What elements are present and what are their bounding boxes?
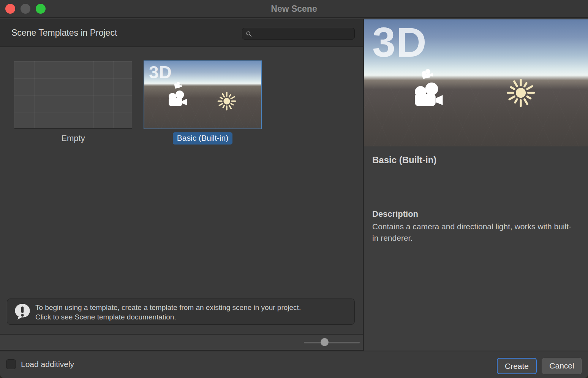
camera-icon xyxy=(410,79,446,110)
info-bubble-icon xyxy=(14,303,31,321)
sun-icon xyxy=(505,77,536,108)
templates-header: Scene Templates in Project xyxy=(0,19,363,47)
load-additively-checkbox[interactable] xyxy=(6,359,16,369)
preview-panel: 3D Basic (Built-in) Description Contains… xyxy=(364,19,588,351)
new-scene-dialog: New Scene Scene Templates in Project Emp… xyxy=(0,0,588,378)
description-heading: Description xyxy=(372,209,418,219)
window-title: New Scene xyxy=(0,0,588,18)
template-thumbnail-basic: 3D xyxy=(144,61,261,129)
dialog-footer: Load additively Create Cancel xyxy=(0,351,588,378)
load-additively-label[interactable]: Load additively xyxy=(21,360,74,369)
ground-grid xyxy=(144,86,261,129)
search-icon xyxy=(246,31,252,37)
template-preview-image: 3D xyxy=(364,19,588,146)
ground-grid xyxy=(364,78,588,146)
3d-watermark: 3D xyxy=(149,62,172,83)
templates-header-title: Scene Templates in Project xyxy=(11,28,117,38)
camera-icon xyxy=(166,89,189,108)
template-label-basic-text: Basic (Built-in) xyxy=(173,132,232,145)
description-text: Contains a camera and directional light,… xyxy=(372,221,574,244)
sun-icon xyxy=(217,91,237,111)
template-label-empty[interactable]: Empty xyxy=(14,133,132,143)
info-line-2[interactable]: Click to see Scene template documentatio… xyxy=(35,312,301,322)
search-box[interactable] xyxy=(242,28,355,40)
thumbnail-size-slider-row xyxy=(0,334,363,351)
preview-template-title: Basic (Built-in) xyxy=(372,155,436,165)
cancel-button[interactable]: Cancel xyxy=(542,358,582,374)
info-line-1: To begin using a template, create a temp… xyxy=(35,303,301,312)
template-card-empty[interactable] xyxy=(14,61,132,128)
search-input[interactable] xyxy=(254,29,352,38)
title-bar: New Scene xyxy=(0,0,588,18)
create-button[interactable]: Create xyxy=(497,358,537,374)
template-label-basic-selected[interactable]: Basic (Built-in) xyxy=(144,132,262,145)
template-card-basic[interactable]: 3D xyxy=(144,60,262,129)
slider-track[interactable] xyxy=(304,342,360,343)
template-info-box[interactable]: To begin using a template, create a temp… xyxy=(7,299,355,325)
slider-thumb[interactable] xyxy=(321,338,329,346)
3d-watermark: 3D xyxy=(372,19,427,66)
template-grid: Empty 3D Basic (Built-in) xyxy=(0,48,363,334)
